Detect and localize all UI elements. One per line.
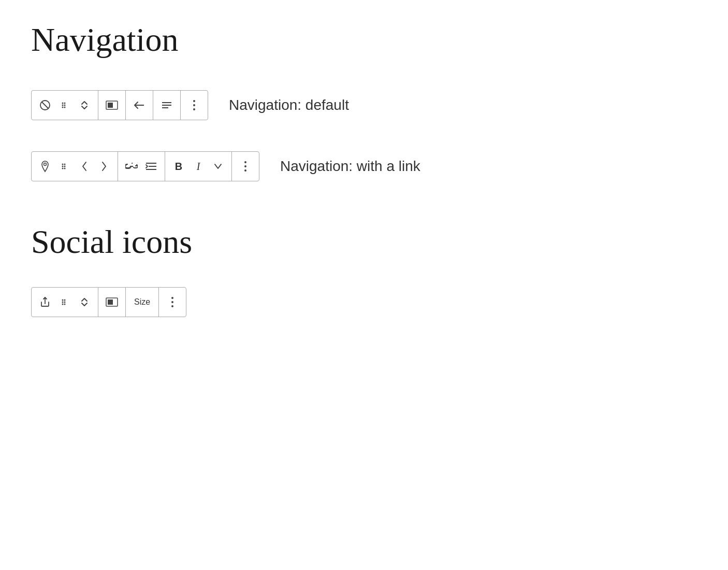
svg-point-29: [244, 169, 246, 172]
svg-point-39: [171, 297, 173, 299]
svg-point-7: [64, 107, 66, 108]
svg-point-41: [171, 305, 173, 307]
toolbar-group-social-controls: [32, 288, 98, 317]
toolbar-group-social-block: [98, 288, 126, 317]
pin-icon[interactable]: [37, 158, 53, 175]
svg-point-27: [244, 161, 246, 163]
toolbar-group-controls-link: [32, 152, 118, 181]
toolbar-group-block: [98, 91, 126, 120]
svg-point-31: [62, 300, 64, 301]
toolbar-group-more-2: [232, 152, 259, 181]
svg-point-17: [44, 163, 47, 166]
svg-point-36: [64, 304, 66, 305]
block-widget-icon[interactable]: [104, 97, 120, 113]
svg-point-19: [64, 164, 66, 165]
svg-point-23: [64, 168, 66, 169]
dots-grid-icon-2[interactable]: [56, 158, 73, 175]
nav-link-description: Navigation: with a link: [280, 158, 420, 175]
social-icons-title: Social icons: [31, 223, 697, 261]
chevron-down-icon[interactable]: [210, 158, 226, 175]
svg-point-5: [64, 105, 66, 106]
bold-icon[interactable]: B: [170, 158, 187, 175]
svg-point-3: [64, 103, 66, 104]
circle-slash-icon[interactable]: [37, 97, 53, 113]
chevron-left-icon[interactable]: [76, 158, 93, 175]
chevron-up-down-icon[interactable]: [76, 97, 93, 113]
justify-lines-icon[interactable]: [158, 97, 175, 113]
toolbar-group-link-tools: [118, 152, 165, 181]
svg-point-4: [62, 105, 64, 106]
svg-line-1: [42, 102, 49, 109]
navigation-link-toolbar: B I: [31, 151, 259, 181]
indent-icon[interactable]: [143, 158, 159, 175]
social-icons-toolbar: Size: [31, 287, 186, 317]
align-left-arrow-icon[interactable]: [131, 97, 148, 113]
svg-rect-38: [108, 300, 113, 305]
svg-point-18: [62, 164, 64, 165]
more-vertical-icon[interactable]: [186, 97, 202, 113]
chevron-up-down-icon-2[interactable]: [76, 294, 93, 310]
block-widget-icon-2[interactable]: [104, 294, 120, 310]
navigation-default-toolbar: [31, 90, 208, 120]
svg-point-14: [193, 100, 195, 102]
toolbar-group-align: [126, 91, 153, 120]
svg-point-32: [64, 300, 66, 301]
toolbar-group-size: Size: [126, 288, 159, 317]
svg-point-22: [62, 168, 64, 169]
svg-point-21: [64, 166, 66, 167]
svg-point-6: [62, 107, 64, 108]
more-vertical-icon-2[interactable]: [237, 158, 254, 175]
size-label[interactable]: Size: [131, 297, 153, 307]
svg-point-15: [193, 104, 195, 106]
italic-icon[interactable]: I: [190, 158, 207, 175]
nav-default-description: Navigation: default: [229, 97, 349, 113]
svg-point-40: [171, 301, 173, 303]
chevron-right-icon[interactable]: [96, 158, 112, 175]
svg-point-33: [62, 302, 64, 303]
toolbar-group-justify: [153, 91, 181, 120]
more-vertical-icon-3[interactable]: [164, 294, 181, 310]
svg-point-16: [193, 108, 195, 110]
toolbar-group-more: [181, 91, 208, 120]
dots-grid-icon-3[interactable]: [56, 294, 73, 310]
svg-rect-9: [108, 103, 113, 108]
share-icon[interactable]: [37, 294, 53, 310]
toolbar-group-more-3: [159, 288, 186, 317]
svg-point-28: [244, 165, 246, 167]
svg-point-34: [64, 302, 66, 303]
toolbar-group-controls: [32, 91, 98, 120]
svg-point-20: [62, 166, 64, 167]
link-icon[interactable]: [123, 158, 140, 175]
svg-point-35: [62, 304, 64, 305]
toolbar-group-format: B I: [165, 152, 232, 181]
page-title: Navigation: [31, 21, 697, 59]
dots-grid-icon[interactable]: [56, 97, 73, 113]
svg-point-2: [62, 103, 64, 104]
